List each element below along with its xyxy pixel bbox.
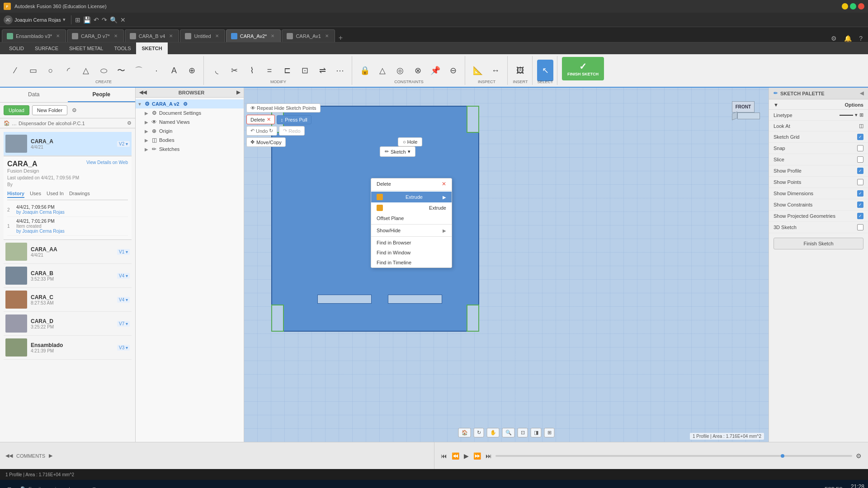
- 3d-sketch-checkbox[interactable]: [857, 224, 863, 230]
- linetype-extra-icon[interactable]: ⊞: [859, 112, 863, 118]
- asset-cara-aa[interactable]: CARA_AA 4/4/21 V1 ▾: [4, 240, 132, 264]
- tree-arrow-doc[interactable]: ▶: [145, 111, 149, 116]
- detail-tab-used-in[interactable]: Used In: [47, 191, 64, 198]
- grid-icon[interactable]: ⊞: [75, 16, 80, 23]
- collinear-button[interactable]: △: [374, 60, 391, 81]
- extend-button[interactable]: =: [261, 60, 278, 81]
- help-icon[interactable]: ?: [855, 35, 866, 42]
- user-section[interactable]: JC Joaquin Cerna Rojas ▾: [4, 15, 71, 24]
- windows-start-button[interactable]: ⊞: [4, 485, 15, 488]
- line-tool-button[interactable]: ∕: [7, 60, 24, 81]
- trim-button[interactable]: ✂: [226, 60, 242, 81]
- tree-arrow-views[interactable]: ▶: [145, 120, 149, 125]
- upload-button[interactable]: Upload: [4, 105, 29, 115]
- repeat-hide-sketch-bar[interactable]: 👁 Repeat Hide Sketch Points: [246, 103, 321, 113]
- timeline-track[interactable]: [495, 455, 853, 457]
- tab-untitled[interactable]: Untitled ✕: [180, 29, 225, 42]
- timeline-next-button[interactable]: ⏩: [472, 451, 482, 460]
- asset-cara-d[interactable]: CARA_D 3:25:22 PM V7 ▾: [4, 312, 132, 336]
- detail-tab-drawings[interactable]: Drawings: [69, 191, 90, 198]
- asset-cara-b[interactable]: CARA_B 3:52:33 PM V4 ▾: [4, 264, 132, 288]
- tab-close-cara-d[interactable]: ✕: [113, 33, 119, 39]
- ctx-find-timeline[interactable]: Find in Timeline: [371, 258, 452, 267]
- look-at-icon[interactable]: ◫: [859, 123, 863, 129]
- show-profile-checkbox[interactable]: ✓: [857, 168, 863, 174]
- breadcrumb-text[interactable]: Dispensador De alcohol-P.C.1: [19, 121, 85, 126]
- taskbar-search[interactable]: 🔍 Escribe aquí para buscar: [17, 485, 87, 488]
- ribbon-tab-sketch[interactable]: SKETCH: [136, 42, 167, 54]
- asset-version-cara-d[interactable]: V7 ▾: [117, 321, 130, 327]
- concentric-button[interactable]: ◎: [392, 60, 408, 81]
- close-button[interactable]: ✕: [858, 3, 864, 9]
- tab-close-ensamblado[interactable]: ✕: [55, 33, 61, 39]
- fix-button[interactable]: 📌: [427, 60, 443, 81]
- palette-collapse-icon[interactable]: ◀: [860, 90, 863, 96]
- tab-cara-av1[interactable]: CARA_Av1 ✕: [282, 29, 335, 42]
- timeline-end-button[interactable]: ⏭: [485, 451, 493, 460]
- rectangle-tool-button[interactable]: ▭: [25, 60, 41, 81]
- timeline-prev-button[interactable]: ⏪: [451, 451, 460, 460]
- orbit-button[interactable]: ↻: [474, 428, 484, 437]
- spline-tool-button[interactable]: 〜: [113, 60, 129, 81]
- search-icon[interactable]: 🔍: [110, 16, 118, 23]
- close-icon[interactable]: ✕: [120, 16, 126, 23]
- detail-tab-uses[interactable]: Uses: [30, 191, 41, 198]
- ctx-offset-plane[interactable]: Offset Plane: [371, 213, 452, 223]
- ctx-delete[interactable]: Delete ✕: [371, 178, 452, 189]
- horizontal-button[interactable]: ⊖: [445, 60, 461, 81]
- tab-close-cara-av1[interactable]: ✕: [324, 33, 330, 39]
- nav-cube[interactable]: FRONT: [732, 97, 760, 124]
- text-tool-button[interactable]: A: [166, 60, 182, 81]
- tab-cara-av2[interactable]: CARA_Av2* ✕: [226, 29, 281, 42]
- options-section-arrow[interactable]: ▼: [774, 102, 778, 108]
- sketch-dimension-button[interactable]: ↔: [487, 60, 504, 81]
- view-details-link[interactable]: View Details on Web: [86, 160, 128, 165]
- task-view-button[interactable]: ⧉: [89, 485, 100, 488]
- home-icon[interactable]: 🏠: [4, 120, 10, 126]
- browser-item-sketches[interactable]: ▶ ✏ Sketches: [143, 145, 244, 154]
- asset-version-cara-b[interactable]: V4 ▾: [117, 273, 130, 279]
- ribbon-tab-solid[interactable]: SOLID: [4, 42, 29, 54]
- tree-arrow-bodies[interactable]: ▶: [145, 138, 149, 143]
- measure-button[interactable]: 📐: [470, 60, 486, 81]
- press-pull-button[interactable]: ↕ Press Pull: [277, 115, 311, 124]
- sidebar-settings-icon[interactable]: ⚙: [70, 105, 79, 115]
- sidebar-tab-people[interactable]: People: [68, 88, 136, 102]
- move-copy-button[interactable]: ✥ Move/Copy: [246, 137, 286, 147]
- tab-add-button[interactable]: +: [336, 34, 345, 42]
- show-projected-checkbox[interactable]: ✓: [857, 213, 863, 219]
- asset-version-cara-aa[interactable]: V1 ▾: [117, 249, 130, 255]
- point-tool-button[interactable]: ·: [148, 60, 165, 81]
- grid-button[interactable]: ⊞: [544, 428, 555, 437]
- browser-item-doc-settings[interactable]: ▶ ⚙ Document Settings: [143, 108, 244, 117]
- new-folder-button[interactable]: New Folder: [32, 105, 67, 115]
- asset-cara-a[interactable]: CARA_A 4/4/21 V2 ▾: [4, 132, 132, 156]
- notification-icon[interactable]: 🔔: [840, 35, 855, 42]
- tree-arrow-origin[interactable]: ▶: [145, 129, 149, 134]
- sidebar-tab-data[interactable]: Data: [0, 88, 68, 102]
- linetype-dropdown-arrow[interactable]: ▾: [855, 112, 858, 118]
- timeline-settings-icon[interactable]: ⚙: [855, 451, 863, 460]
- tab-close-cara-av2[interactable]: ✕: [269, 33, 276, 39]
- tree-expand-arrow[interactable]: ▼: [137, 102, 142, 107]
- arc-tool-button[interactable]: ◜: [60, 60, 76, 81]
- asset-version-cara-c[interactable]: V4 ▾: [117, 297, 130, 303]
- asset-version-ensamblado[interactable]: V3 ▾: [117, 345, 130, 351]
- break-button[interactable]: ⌇: [244, 60, 260, 81]
- hole-button[interactable]: ○ Hole: [398, 137, 422, 146]
- detail-tab-history[interactable]: History: [7, 191, 24, 198]
- browser-collapse-icon[interactable]: ◀◀: [139, 89, 146, 95]
- zoom-button[interactable]: 🔍: [502, 428, 515, 437]
- browser-item-bodies[interactable]: ▶ ◫ Bodies: [143, 136, 244, 145]
- slice-checkbox[interactable]: [857, 156, 863, 163]
- tab-cara-b[interactable]: CARA_B v4 ✕: [125, 29, 179, 42]
- pan-button[interactable]: ✋: [487, 428, 500, 437]
- sketch-dropdown-button[interactable]: ✏ Sketch ▾: [380, 146, 415, 157]
- polygon-tool-button[interactable]: △: [78, 60, 94, 81]
- minimize-button[interactable]: —: [842, 3, 848, 9]
- tab-ensamblado[interactable]: Ensamblado v3* ✕: [2, 29, 66, 42]
- insert-image-button[interactable]: 🖼: [512, 60, 528, 81]
- undo-icon[interactable]: ↶: [94, 16, 99, 23]
- ctx-show-hide[interactable]: Show/Hide ▶: [371, 225, 452, 235]
- timeline-start-button[interactable]: ⏮: [440, 451, 448, 460]
